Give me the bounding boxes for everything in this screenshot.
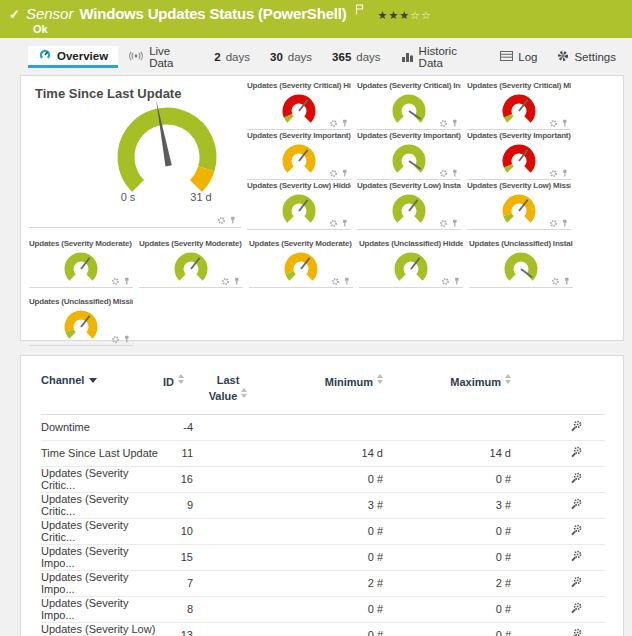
mini-gauge-panel[interactable]: Updates (Severity Critical) Hi... — [247, 80, 351, 130]
pin-icon[interactable] — [563, 277, 571, 286]
mini-gauge-panel[interactable]: Updates (Severity Important) ... — [467, 130, 571, 180]
mini-gauge-panel[interactable]: Updates (Severity Critical) Ins... — [357, 80, 461, 130]
channel-name-cell[interactable]: Updates (Severity Impo... — [41, 596, 163, 622]
gear-icon[interactable] — [111, 277, 120, 286]
mini-gauge-panel[interactable]: Updates (Severity Critical) Mi... — [467, 80, 571, 130]
gear-icon[interactable] — [111, 335, 120, 344]
priority-stars[interactable]: ★★★☆☆ — [378, 9, 432, 22]
edit-channel-icon[interactable] — [569, 575, 583, 589]
mini-gauge-panel[interactable]: Updates (Severity Important) ... — [357, 130, 461, 180]
gear-icon[interactable] — [549, 219, 558, 228]
tab-30-days[interactable]: 30days — [260, 46, 322, 68]
mini-gauge-panel[interactable]: Updates (Unclassified) Missing — [29, 296, 133, 346]
mini-gauge-panel[interactable]: Updates (Unclassified) Hidden — [359, 238, 463, 288]
edit-channel-icon[interactable] — [569, 549, 583, 563]
edit-channel-icon[interactable] — [569, 523, 583, 537]
gear-icon[interactable] — [221, 277, 230, 286]
mini-gauge-panel[interactable]: Updates (Severity Low) Install... — [357, 180, 461, 230]
gear-icon[interactable] — [439, 169, 448, 178]
edit-channel-icon[interactable] — [569, 445, 583, 459]
pin-icon[interactable] — [229, 216, 237, 225]
edit-channel-icon[interactable] — [569, 471, 583, 485]
gear-icon[interactable] — [439, 119, 448, 128]
gear-icon[interactable] — [329, 169, 338, 178]
channel-name-cell[interactable]: Updates (Severity Impo... — [41, 570, 163, 596]
pin-icon[interactable] — [561, 169, 569, 178]
channel-name-cell[interactable]: Updates (Severity Critic... — [41, 466, 163, 492]
gear-icon[interactable] — [441, 277, 450, 286]
tab-bar: Overview Live Data 2days 30days 365days … — [28, 46, 626, 68]
channel-id-cell: -4 — [163, 414, 193, 440]
mini-gauge-title: Updates (Severity Important) ... — [247, 131, 351, 140]
col-header-minimum[interactable]: Minimum — [263, 370, 383, 414]
gear-icon[interactable] — [331, 277, 340, 286]
mini-gauge — [53, 248, 109, 285]
channel-name-cell[interactable]: Updates (Severity Critic... — [41, 492, 163, 518]
pin-icon[interactable] — [233, 277, 241, 286]
channel-name-cell[interactable]: Time Since Last Update — [41, 440, 163, 466]
live-signal-icon — [128, 51, 144, 63]
col-header-channel[interactable]: Channel — [41, 370, 163, 414]
mini-gauge-panel[interactable]: Updates (Severity Low) Missi... — [467, 180, 571, 230]
gear-icon[interactable] — [549, 169, 558, 178]
pin-icon[interactable] — [341, 119, 349, 128]
edit-channel-cell[interactable] — [511, 466, 605, 492]
edit-channel-cell[interactable] — [511, 414, 605, 440]
pin-icon[interactable] — [451, 169, 459, 178]
mini-gauge-panel[interactable]: Updates (Severity Moderate) I... — [139, 238, 243, 288]
edit-channel-icon[interactable] — [569, 601, 583, 615]
col-header-maximum[interactable]: Maximum — [383, 370, 511, 414]
channel-name-cell[interactable]: Updates (Severity Impo... — [41, 544, 163, 570]
pin-icon[interactable] — [561, 219, 569, 228]
minimum-cell: 0 # — [263, 596, 383, 622]
tab-overview[interactable]: Overview — [28, 46, 118, 68]
tab-settings[interactable]: Settings — [547, 46, 626, 68]
channel-name-cell[interactable]: Downtime — [41, 414, 163, 440]
tab-historic-data[interactable]: Historic Data — [391, 46, 491, 68]
tab-live-data[interactable]: Live Data — [118, 46, 204, 68]
main-gauge-time-since-last-update[interactable]: Time Since Last Update 0 s 31 d — [29, 80, 241, 228]
gear-icon[interactable] — [217, 216, 226, 225]
col-header-last-value[interactable]: LastValue — [193, 370, 263, 414]
gear-icon[interactable] — [439, 219, 448, 228]
pin-icon[interactable] — [123, 277, 131, 286]
mini-gauge-panel[interactable]: Updates (Unclassified) Install... — [469, 238, 573, 288]
table-row: Updates (Severity Impo...150 #0 # — [41, 544, 605, 570]
edit-channel-icon[interactable] — [569, 627, 583, 636]
log-icon — [500, 51, 513, 63]
edit-channel-icon[interactable] — [569, 497, 583, 511]
col-header-id[interactable]: ID — [163, 370, 193, 414]
mini-gauge-panel[interactable]: Updates (Severity Important) ... — [247, 130, 351, 180]
pin-icon[interactable] — [451, 219, 459, 228]
edit-channel-cell[interactable] — [511, 570, 605, 596]
pin-icon[interactable] — [561, 119, 569, 128]
gear-icon[interactable] — [551, 277, 560, 286]
edit-channel-cell[interactable] — [511, 518, 605, 544]
pin-icon[interactable] — [453, 277, 461, 286]
mini-gauge-panel[interactable]: Updates (Severity Low) Hidden — [247, 180, 351, 230]
gear-icon[interactable] — [549, 119, 558, 128]
tab-log[interactable]: Log — [490, 46, 547, 68]
pin-icon[interactable] — [343, 277, 351, 286]
edit-channel-cell[interactable] — [511, 622, 605, 636]
pin-icon[interactable] — [123, 335, 131, 344]
pin-icon[interactable] — [341, 219, 349, 228]
edit-channel-icon[interactable] — [569, 419, 583, 433]
flag-icon[interactable] — [355, 1, 364, 19]
edit-channel-cell[interactable] — [511, 544, 605, 570]
mini-gauge-panel[interactable]: Updates (Severity Moderate) ... — [249, 238, 353, 288]
tab-365-days[interactable]: 365days — [322, 46, 390, 68]
edit-channel-cell[interactable] — [511, 440, 605, 466]
sort-icon — [377, 374, 383, 384]
gear-icon[interactable] — [329, 119, 338, 128]
gear-icon[interactable] — [329, 219, 338, 228]
edit-channel-cell[interactable] — [511, 492, 605, 518]
pin-icon[interactable] — [341, 169, 349, 178]
channel-name-cell[interactable]: Updates (Severity Critic... — [41, 518, 163, 544]
edit-channel-cell[interactable] — [511, 596, 605, 622]
mini-gauge-panel[interactable]: Updates (Severity Moderate) ... — [29, 238, 133, 288]
tab-2-days[interactable]: 2days — [204, 46, 260, 68]
pin-icon[interactable] — [451, 119, 459, 128]
mini-gauge — [491, 190, 547, 227]
channel-name-cell[interactable]: Updates (Severity Low) ... — [41, 622, 163, 636]
